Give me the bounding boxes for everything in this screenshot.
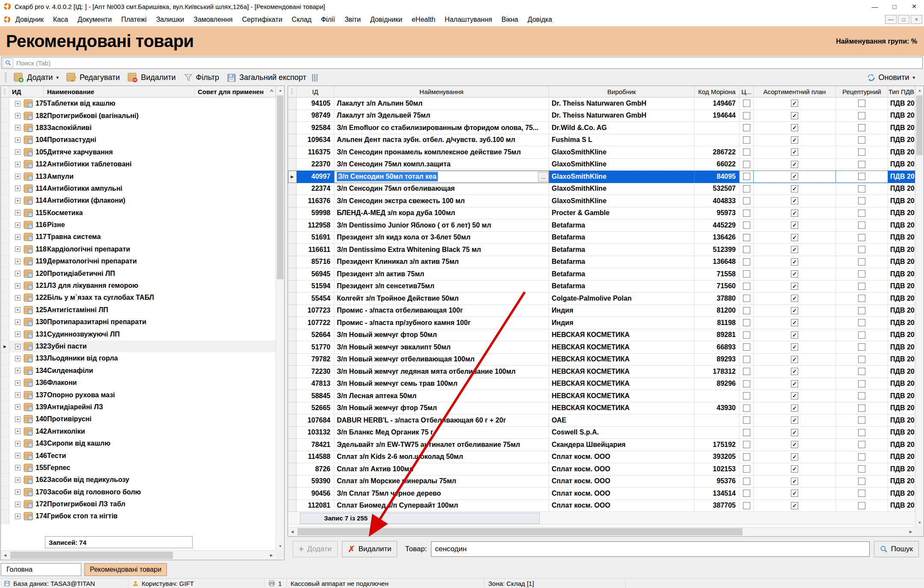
- tree-row[interactable]: +140Противірусні: [1, 413, 276, 425]
- table-row[interactable]: 52665З/п Новый жемчуг фтор 75млНЕВСКАЯ К…: [288, 402, 915, 415]
- expand-plus-icon[interactable]: +: [15, 162, 21, 167]
- expand-plus-icon[interactable]: +: [15, 101, 21, 106]
- table-row[interactable]: 72230З/п Новый жемчуг ледяная мята отбел…: [288, 366, 915, 378]
- checkbox[interactable]: ✓: [791, 307, 798, 314]
- tree-row[interactable]: +117Травна система: [1, 231, 276, 243]
- checkbox[interactable]: [858, 380, 865, 387]
- checkbox[interactable]: [743, 405, 750, 412]
- checkbox[interactable]: [743, 490, 750, 497]
- expand-plus-icon[interactable]: +: [15, 149, 21, 155]
- expand-plus-icon[interactable]: +: [15, 259, 21, 264]
- table-row[interactable]: 107684DABUR HERB'L - з/паста Отбеливающа…: [288, 414, 915, 427]
- expand-plus-icon[interactable]: +: [15, 356, 21, 361]
- checkbox[interactable]: [858, 100, 865, 107]
- search-box[interactable]: [1, 57, 923, 69]
- checkbox[interactable]: [858, 490, 865, 497]
- tree-row[interactable]: +130Протипаразитарні препарати: [1, 316, 276, 328]
- tree-row[interactable]: +113Ампули: [1, 170, 276, 182]
- checkbox[interactable]: [858, 124, 865, 131]
- table-row[interactable]: 116611З/п Dentissimo Extra Whitening Bla…: [288, 244, 915, 256]
- table-row[interactable]: 52664З/п Новый жемчуг фтор 50млНЕВСКАЯ К…: [288, 329, 915, 342]
- ellipsis-button[interactable]: ...: [538, 172, 549, 182]
- scrollbar-thumb[interactable]: [297, 528, 743, 535]
- table-row[interactable]: 55454Колгейт з/п Тройное Действие 50млCo…: [288, 293, 915, 305]
- checkbox[interactable]: ✓: [791, 343, 798, 351]
- table-row[interactable]: 8726Сплат з/п Актив 100млСплат косм. ООО…: [288, 463, 915, 476]
- tree-row[interactable]: +162Засоби від педикульозу: [1, 474, 276, 486]
- tab-home[interactable]: Головна: [1, 563, 81, 576]
- menu-item[interactable]: Склад: [287, 14, 316, 26]
- table-vertical-scrollbar[interactable]: ▲ ▼: [915, 86, 924, 527]
- checkbox[interactable]: [858, 270, 865, 278]
- checkbox[interactable]: [743, 307, 750, 314]
- menu-item[interactable]: Залишки: [152, 14, 189, 26]
- expand-plus-icon[interactable]: +: [15, 186, 21, 191]
- tree-column-advice[interactable]: Совет для применен ^: [194, 86, 276, 97]
- checkbox[interactable]: [743, 283, 750, 290]
- table-row[interactable]: 59390Сплат з/п Морские минералы 75млСпла…: [288, 476, 915, 488]
- tree-row[interactable]: +112Антибіотики таблетовані: [1, 158, 276, 170]
- tree-row[interactable]: +120Протидіабетичні ЛП: [1, 267, 276, 279]
- checkbox[interactable]: [743, 429, 750, 436]
- checkbox[interactable]: [743, 343, 750, 351]
- checkbox[interactable]: ✓: [791, 185, 798, 192]
- checkbox[interactable]: [743, 148, 750, 156]
- expand-plus-icon[interactable]: +: [15, 222, 21, 228]
- delete-button[interactable]: Видалити: [124, 71, 179, 84]
- tree-row[interactable]: +174Грибок стоп та нігтів: [1, 510, 276, 522]
- tree-column-name[interactable]: Наименование: [44, 86, 194, 97]
- table-horizontal-scrollbar[interactable]: ◀ ▶: [288, 527, 915, 536]
- checkbox[interactable]: [743, 368, 750, 375]
- mdi-restore-icon[interactable]: □: [898, 15, 909, 24]
- tree-row[interactable]: +104Протизастудні: [1, 134, 276, 146]
- tree-row[interactable]: +155Герпес: [1, 462, 276, 474]
- table-row[interactable]: 47813З/п Новый жемчуг семь трав 100млНЕВ…: [288, 378, 915, 390]
- checkbox[interactable]: [858, 112, 865, 119]
- checkbox[interactable]: [743, 453, 750, 461]
- checkbox[interactable]: ✓: [791, 136, 798, 144]
- checkbox[interactable]: [858, 465, 865, 473]
- checkbox[interactable]: ✓: [791, 478, 798, 485]
- tree-column-id[interactable]: ИД: [9, 86, 44, 97]
- restore-icon[interactable]: □: [885, 0, 904, 13]
- expand-plus-icon[interactable]: +: [15, 441, 21, 446]
- checkbox[interactable]: [743, 210, 750, 217]
- expand-plus-icon[interactable]: +: [15, 428, 21, 434]
- checkbox[interactable]: [858, 429, 865, 436]
- tree-row[interactable]: +143Сиропи від кашлю: [1, 437, 276, 449]
- expand-plus-icon[interactable]: +: [15, 404, 21, 410]
- checkbox[interactable]: ✓: [791, 124, 798, 131]
- tree-row[interactable]: +125Антигістамінні ЛП: [1, 304, 276, 316]
- checkbox[interactable]: ✓: [791, 356, 798, 363]
- export-button[interactable]: Загальний експорт: [223, 71, 310, 84]
- checkbox[interactable]: [743, 136, 750, 144]
- refresh-button[interactable]: Оновити ▾: [863, 71, 919, 84]
- table-column-morion-code[interactable]: Код Моріона: [695, 86, 740, 97]
- checkbox[interactable]: [743, 356, 750, 363]
- scroll-up-icon[interactable]: ▲: [915, 86, 924, 95]
- table-row[interactable]: 116376З/п Сенсодин экстра свежесть 100 м…: [288, 195, 915, 207]
- checkbox[interactable]: [858, 136, 865, 144]
- expand-plus-icon[interactable]: +: [15, 514, 21, 519]
- checkbox[interactable]: [858, 234, 865, 241]
- expand-plus-icon[interactable]: +: [15, 283, 21, 289]
- checkbox[interactable]: [743, 319, 750, 326]
- scrollbar-thumb[interactable]: [277, 95, 283, 279]
- checkbox[interactable]: [743, 270, 750, 278]
- checkbox[interactable]: ✓: [791, 222, 798, 229]
- table-row[interactable]: 107723Промис - з/паста отбеливающая 100г…: [288, 305, 915, 317]
- table-row[interactable]: 56945Президент з/п актив 75млBetafarma71…: [288, 268, 915, 281]
- checkbox[interactable]: [743, 112, 750, 119]
- checkbox[interactable]: [743, 258, 750, 266]
- table-column-assortment-plan[interactable]: Асортиментний план: [754, 86, 836, 97]
- checkbox[interactable]: [858, 417, 865, 424]
- menu-item[interactable]: Сертифікати: [237, 14, 287, 26]
- menu-item[interactable]: Документи: [73, 14, 116, 26]
- checkbox[interactable]: [858, 368, 865, 375]
- expand-plus-icon[interactable]: +: [15, 137, 21, 143]
- expand-plus-icon[interactable]: +: [15, 489, 21, 495]
- checkbox[interactable]: [858, 210, 865, 217]
- scroll-down-icon[interactable]: ▼: [276, 542, 285, 550]
- expand-plus-icon[interactable]: +: [15, 319, 21, 325]
- table-row[interactable]: 90456З/п Сплат 75мл черное деревоСплат к…: [288, 488, 915, 500]
